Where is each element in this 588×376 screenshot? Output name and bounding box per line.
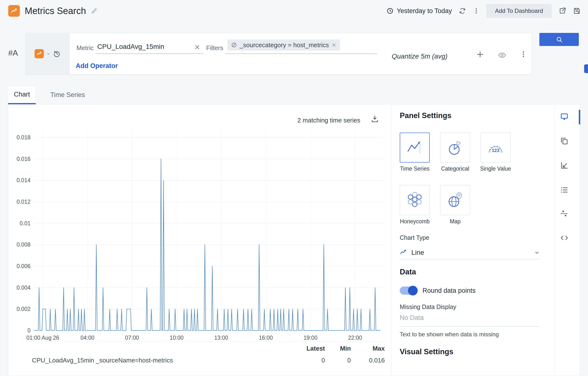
- time-series-icon: [406, 138, 424, 157]
- time-series-chart[interactable]: 01:00 Aug 2604:0007:0010:0013:0016:0019:…: [11, 126, 386, 343]
- panel-type-label: Honeycomb: [394, 218, 435, 225]
- query-code-icon[interactable]: [560, 233, 569, 242]
- honeycomb-icon: [406, 191, 424, 209]
- save-icon[interactable]: [573, 7, 581, 15]
- display-settings-icon[interactable]: [560, 112, 569, 121]
- legend-table: Latest Min Max CPU_LoadAvg_15min _source…: [22, 341, 385, 364]
- svg-text:0: 0: [27, 327, 31, 334]
- active-strip-indicator: [579, 110, 580, 124]
- series-max: 0.016: [351, 357, 385, 364]
- data-section-title: Data: [400, 268, 416, 276]
- chart-type-dropdown[interactable]: Line: [400, 246, 540, 259]
- page-title: Metrics Search: [25, 6, 86, 16]
- svg-text:0.012: 0.012: [16, 199, 31, 205]
- search-button[interactable]: [539, 33, 579, 46]
- filter-chip[interactable]: _sourcecategory = host_metrics: [227, 40, 340, 51]
- svg-text:0.006: 0.006: [16, 263, 31, 269]
- header-kebab-menu-icon[interactable]: [473, 8, 480, 14]
- legend-row[interactable]: CPU_LoadAvg_15min _sourceName=host-metri…: [22, 357, 385, 364]
- line-chart-type-icon: [400, 249, 407, 256]
- panel-divider: [391, 104, 391, 376]
- add-operator-link[interactable]: Add Operator: [76, 62, 118, 70]
- svg-text:04:00: 04:00: [80, 335, 94, 341]
- filters-input-underline: [225, 53, 377, 54]
- time-range-label: Yesterday to Today: [397, 7, 452, 15]
- panel-type-label: Categorical: [435, 166, 476, 172]
- overlay-copy-icon[interactable]: [560, 137, 569, 146]
- svg-text:0.018: 0.018: [16, 134, 31, 141]
- add-to-dashboard-button[interactable]: Add To Dashboard: [486, 4, 552, 18]
- panel-settings-sidebar: Panel Settings 123 Time Series Ca: [400, 104, 540, 376]
- missing-data-help-text: Text to be shown when data is missing: [400, 331, 499, 338]
- query-card: Metric CPU_LoadAvg_15min Filters _source…: [25, 33, 532, 74]
- svg-text:0.01: 0.01: [20, 220, 31, 227]
- panel-type-label: Map: [435, 218, 476, 225]
- share-export-icon[interactable]: [558, 7, 566, 15]
- svg-text:0.002: 0.002: [16, 306, 31, 312]
- query-type-selector[interactable]: [26, 33, 70, 74]
- time-range-picker[interactable]: Yesterday to Today: [387, 7, 452, 15]
- svg-text:0.004: 0.004: [16, 284, 31, 291]
- legend-col-min: Min: [325, 345, 351, 352]
- results-panel: 2 matching time series 01:00 Aug 2604:00…: [8, 104, 580, 376]
- download-icon[interactable]: [370, 115, 379, 123]
- panel-type-label: Time Series: [394, 166, 435, 172]
- series-latest: 0: [291, 357, 325, 364]
- tab-chart[interactable]: Chart: [8, 86, 36, 104]
- panel-settings-title: Panel Settings: [400, 111, 452, 120]
- axes-settings-icon[interactable]: [560, 161, 569, 170]
- visual-settings-title: Visual Settings: [400, 347, 453, 356]
- outliers-icon[interactable]: [560, 209, 569, 218]
- top-header: Metrics Search Yesterday to Today: [0, 0, 588, 22]
- series-name: CPU_LoadAvg_15min _sourceName=host-metri…: [32, 357, 291, 364]
- settings-icon-strip: [555, 104, 580, 376]
- add-query-icon[interactable]: [476, 51, 484, 58]
- svg-text:16:00: 16:00: [259, 335, 273, 341]
- metrics-query-icon: [35, 49, 44, 58]
- clock-icon: [387, 7, 394, 14]
- panel-type-map[interactable]: [440, 185, 470, 215]
- missing-data-label: Missing Data Display: [400, 303, 456, 310]
- chevron-down-icon: [534, 250, 540, 256]
- missing-data-input[interactable]: No Data: [400, 314, 540, 327]
- quantize-label: Quantize 5m (avg): [392, 52, 447, 60]
- filter-remove-icon[interactable]: [332, 42, 336, 47]
- svg-text:0.016: 0.016: [16, 156, 31, 162]
- single-value-gauge-icon: 123: [486, 138, 505, 157]
- round-data-points-toggle[interactable]: [400, 286, 417, 295]
- panel-type-single-value[interactable]: 123: [481, 133, 511, 163]
- search-icon: [556, 36, 563, 43]
- legend-header-row: Latest Min Max: [22, 341, 385, 352]
- svg-text:13:00: 13:00: [214, 335, 228, 341]
- metric-clear-icon[interactable]: [194, 44, 200, 51]
- categorical-pie-icon: [446, 138, 464, 157]
- scroll-indicator[interactable]: [584, 64, 588, 73]
- svg-text:10:00: 10:00: [170, 335, 184, 341]
- query-history-icon[interactable]: [53, 50, 61, 58]
- round-data-points-label: Round data points: [422, 287, 475, 294]
- panel-type-honeycomb[interactable]: [400, 185, 430, 215]
- svg-text:123: 123: [492, 148, 499, 153]
- legend-list-icon[interactable]: [560, 186, 569, 194]
- legend-col-max: Max: [351, 345, 385, 352]
- filter-chip-label: _sourcecategory = host_metrics: [240, 41, 329, 49]
- svg-text:22:00: 22:00: [348, 335, 362, 341]
- matching-series-label: 2 matching time series: [255, 117, 360, 124]
- panel-type-categorical[interactable]: [440, 133, 470, 163]
- svg-text:01:00 Aug 26: 01:00 Aug 26: [26, 335, 59, 341]
- filters-field-label: Filters: [206, 44, 223, 52]
- svg-text:0.014: 0.014: [16, 177, 31, 183]
- metric-input[interactable]: CPU_LoadAvg_15min: [97, 43, 164, 51]
- visibility-eye-icon[interactable]: [498, 51, 506, 59]
- tab-time-series[interactable]: Time Series: [46, 86, 89, 104]
- refresh-icon[interactable]: [459, 7, 466, 14]
- edit-title-icon[interactable]: [91, 8, 97, 14]
- panel-type-time-series[interactable]: [400, 133, 430, 163]
- svg-text:07:00: 07:00: [125, 335, 139, 341]
- query-row-label: #A: [8, 48, 18, 58]
- chart-type-value: Line: [411, 249, 534, 256]
- query-kebab-menu-icon[interactable]: [520, 51, 527, 58]
- series-min: 0: [325, 357, 351, 364]
- panel-type-label: Single Value: [475, 166, 516, 172]
- metrics-logo-icon: [8, 5, 20, 17]
